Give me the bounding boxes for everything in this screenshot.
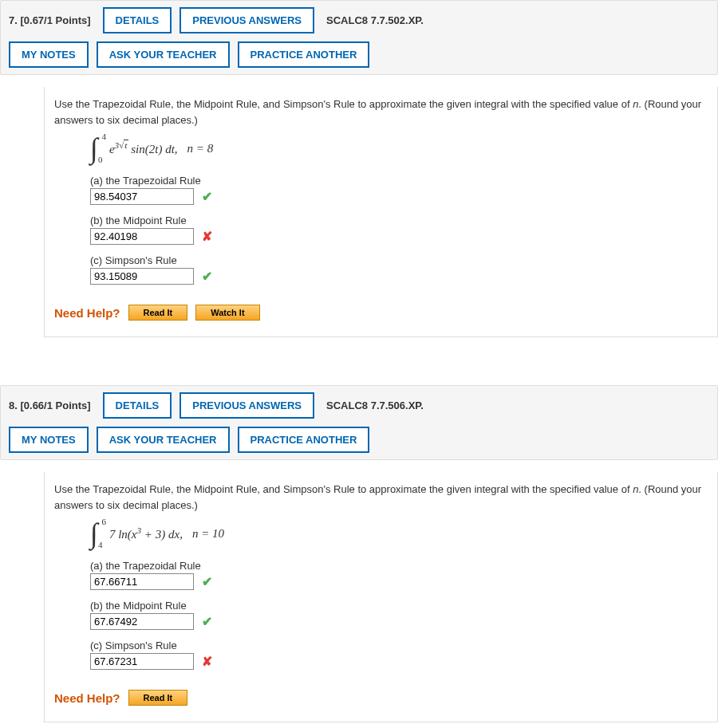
integral-expression: ∫ 4 0 e3t sin(2t) dt, n = 8 <box>90 134 708 163</box>
part-b-label: (b) the Midpoint Rule <box>90 600 708 612</box>
source-label: SCALC8 7.7.502.XP. <box>326 14 424 26</box>
question-body: Use the Trapezoidal Rule, the Midpoint R… <box>44 87 718 337</box>
need-help-label: Need Help? <box>54 691 120 705</box>
integral-upper: 6 <box>101 517 106 526</box>
part-b-label: (b) the Midpoint Rule <box>90 214 708 226</box>
part-a-label: (a) the Trapezoidal Rule <box>90 175 708 187</box>
question-number: 7. [0.67/1 Points] <box>9 14 91 26</box>
check-icon: ✔ <box>202 574 212 589</box>
header-row-2: MY NOTES ASK YOUR TEACHER PRACTICE ANOTH… <box>9 41 709 68</box>
details-button[interactable]: DETAILS <box>103 392 172 419</box>
part-b-input[interactable] <box>90 613 194 630</box>
part-b-answer-row: ✔ <box>90 613 708 630</box>
details-button[interactable]: DETAILS <box>103 7 172 33</box>
integrand: 7 ln(x3 + 3) dx, <box>109 525 183 541</box>
part-b-input[interactable] <box>90 228 194 245</box>
integral-lower: 0 <box>98 155 103 164</box>
question-header: 7. [0.67/1 Points] DETAILS PREVIOUS ANSW… <box>0 0 718 75</box>
integrand: e3t sin(2t) dt, <box>109 140 178 156</box>
part-c-answer-row: ✔ <box>90 268 708 285</box>
part-c-input[interactable] <box>90 268 194 285</box>
read-it-button[interactable]: Read It <box>128 690 188 706</box>
part-a-label: (a) the Trapezoidal Rule <box>90 560 708 572</box>
part-b-answer-row: ✘ <box>90 228 708 245</box>
header-row-1: 8. [0.66/1 Points] DETAILS PREVIOUS ANSW… <box>9 392 709 419</box>
n-value: n = 10 <box>192 527 224 541</box>
part-a-answer-row: ✔ <box>90 188 708 205</box>
cross-icon: ✘ <box>202 229 212 244</box>
prompt-text: Use the Trapezoidal Rule, the Midpoint R… <box>54 96 708 128</box>
integral-sign-icon: ∫ 6 4 <box>90 519 98 548</box>
question-header: 8. [0.66/1 Points] DETAILS PREVIOUS ANSW… <box>0 385 718 460</box>
need-help-row: Need Help? Read It Watch It <box>54 305 708 321</box>
read-it-button[interactable]: Read It <box>128 305 188 321</box>
integral-sign-icon: ∫ 4 0 <box>90 134 98 163</box>
integral-lower: 4 <box>98 541 103 549</box>
part-c-input[interactable] <box>90 653 194 670</box>
part-a-input[interactable] <box>90 188 194 205</box>
part-a-answer-row: ✔ <box>90 573 708 590</box>
part-a-input[interactable] <box>90 573 194 590</box>
prompt-text: Use the Trapezoidal Rule, the Midpoint R… <box>54 482 708 513</box>
check-icon: ✔ <box>202 189 212 204</box>
question-8: 8. [0.66/1 Points] DETAILS PREVIOUS ANSW… <box>0 385 718 722</box>
previous-answers-button[interactable]: PREVIOUS ANSWERS <box>180 392 314 419</box>
question-7: 7. [0.67/1 Points] DETAILS PREVIOUS ANSW… <box>0 0 718 337</box>
part-c-label: (c) Simpson's Rule <box>90 639 708 651</box>
practice-another-button[interactable]: PRACTICE ANOTHER <box>238 41 370 68</box>
n-value: n = 8 <box>187 142 214 155</box>
integral-upper: 4 <box>101 132 106 141</box>
header-row-2: MY NOTES ASK YOUR TEACHER PRACTICE ANOTH… <box>9 427 709 453</box>
question-number: 8. [0.66/1 Points] <box>9 399 91 411</box>
need-help-row: Need Help? Read It <box>54 690 708 706</box>
source-label: SCALC8 7.7.506.XP. <box>326 399 424 411</box>
question-body: Use the Trapezoidal Rule, the Midpoint R… <box>44 472 718 722</box>
watch-it-button[interactable]: Watch It <box>195 305 259 321</box>
part-c-label: (c) Simpson's Rule <box>90 254 708 266</box>
ask-teacher-button[interactable]: ASK YOUR TEACHER <box>97 427 230 453</box>
check-icon: ✔ <box>202 614 212 629</box>
my-notes-button[interactable]: MY NOTES <box>9 427 89 453</box>
ask-teacher-button[interactable]: ASK YOUR TEACHER <box>97 41 230 68</box>
part-c-answer-row: ✘ <box>90 653 708 670</box>
need-help-label: Need Help? <box>54 306 120 320</box>
practice-another-button[interactable]: PRACTICE ANOTHER <box>238 427 370 453</box>
check-icon: ✔ <box>202 269 212 284</box>
previous-answers-button[interactable]: PREVIOUS ANSWERS <box>180 7 314 33</box>
cross-icon: ✘ <box>202 654 212 669</box>
header-row-1: 7. [0.67/1 Points] DETAILS PREVIOUS ANSW… <box>9 7 709 33</box>
my-notes-button[interactable]: MY NOTES <box>9 41 89 68</box>
integral-expression: ∫ 6 4 7 ln(x3 + 3) dx, n = 10 <box>90 519 708 548</box>
